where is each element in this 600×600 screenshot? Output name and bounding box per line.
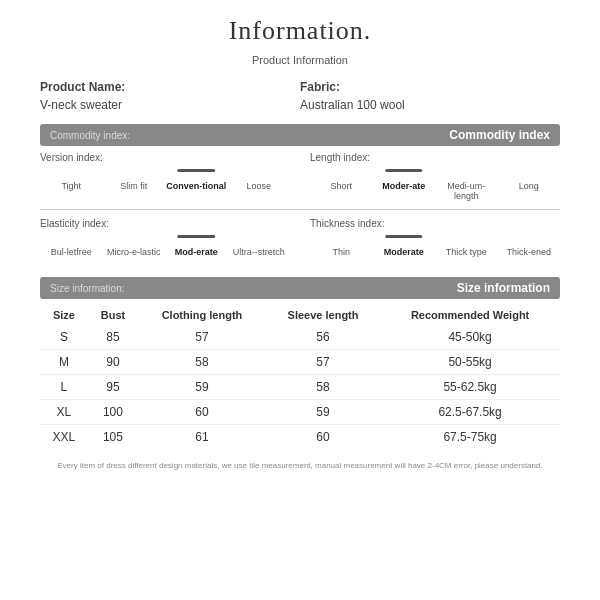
table-cell: 50-55kg (380, 350, 560, 375)
thickness-option-thick: Thick type (435, 235, 498, 257)
version-index-label: Version index: (40, 152, 290, 163)
table-cell: 60 (266, 425, 380, 450)
product-fabric-label: Fabric: (300, 80, 560, 94)
version-index-block: Version index: Tight Slim fit Conven-tio… (40, 152, 290, 201)
table-cell: L (40, 375, 88, 400)
table-row: XL100605962.5-67.5kg (40, 400, 560, 425)
table-cell: 67.5-75kg (380, 425, 560, 450)
product-fabric-value: Australian 100 wool (300, 98, 560, 112)
product-info-row: Product Name: V-neck sweater Fabric: Aus… (40, 80, 560, 112)
table-cell: 85 (88, 325, 138, 350)
length-index-options: Short Moder-ate Medi-um-length Long (310, 169, 560, 201)
table-cell: 95 (88, 375, 138, 400)
elasticity-index-block: Elasticity index: Bul-letfree Micro-e-la… (40, 218, 290, 257)
table-cell: 58 (138, 350, 266, 375)
table-cell: M (40, 350, 88, 375)
thickness-option-moderate: Moderate (373, 235, 436, 257)
elasticity-option-ultra: Ultra--stretch (228, 235, 291, 257)
version-option-tight: Tight (40, 169, 103, 191)
product-name-col: Product Name: V-neck sweater (40, 80, 300, 112)
table-cell: 105 (88, 425, 138, 450)
table-cell: 59 (138, 375, 266, 400)
size-bar: Size information: Size information (40, 277, 560, 299)
table-row: XXL105616067.5-75kg (40, 425, 560, 450)
length-option-moderate: Moder-ate (373, 169, 436, 191)
col-bust: Bust (88, 305, 138, 325)
length-option-long: Long (498, 169, 561, 191)
page: Information. Product Information Product… (0, 0, 600, 600)
col-sleeve-length: Sleeve length (266, 305, 380, 325)
table-row: L95595855-62.5kg (40, 375, 560, 400)
table-cell: 90 (88, 350, 138, 375)
version-option-conventional: Conven-tional (165, 169, 228, 191)
length-option-short: Short (310, 169, 373, 191)
table-cell: 59 (266, 400, 380, 425)
table-cell: XXL (40, 425, 88, 450)
elasticity-index-label: Elasticity index: (40, 218, 290, 229)
commodity-bar-title: Commodity index (449, 128, 550, 142)
thickness-option-thin: Thin (310, 235, 373, 257)
thickness-index-options: Thin Moderate Thick type Thick-ened (310, 235, 560, 257)
product-fabric-col: Fabric: Australian 100 wool (300, 80, 560, 112)
table-cell: 56 (266, 325, 380, 350)
size-table-header: Size Bust Clothing length Sleeve length … (40, 305, 560, 325)
size-bar-title: Size information (457, 281, 550, 295)
table-cell: 60 (138, 400, 266, 425)
sub-title: Product Information (40, 54, 560, 66)
col-recommended-weight: Recommended Weight (380, 305, 560, 325)
main-title: Information. (40, 16, 560, 46)
length-option-medium: Medi-um-length (435, 169, 498, 201)
version-index-options: Tight Slim fit Conven-tional Loose (40, 169, 290, 191)
index-divider (40, 209, 560, 210)
elasticity-option-micro: Micro-e-lastic (103, 235, 166, 257)
length-index-label: Length index: (310, 152, 560, 163)
thickness-index-block: Thickness index: Thin Moderate Thick typ… (310, 218, 560, 257)
version-option-slim: Slim fit (103, 169, 166, 191)
table-row: M90585750-55kg (40, 350, 560, 375)
version-option-loose: Loose (228, 169, 291, 191)
elasticity-option-bulletfree: Bul-letfree (40, 235, 103, 257)
table-cell: 100 (88, 400, 138, 425)
elasticity-thickness-grid: Elasticity index: Bul-letfree Micro-e-la… (40, 218, 560, 257)
table-row: S85575645-50kg (40, 325, 560, 350)
table-cell: 45-50kg (380, 325, 560, 350)
table-cell: 57 (266, 350, 380, 375)
commodity-bar-label: Commodity index: (50, 130, 449, 141)
version-length-grid: Version index: Tight Slim fit Conven-tio… (40, 152, 560, 201)
table-cell: 61 (138, 425, 266, 450)
thickness-option-thickened: Thick-ened (498, 235, 561, 257)
table-cell: 58 (266, 375, 380, 400)
thickness-index-label: Thickness index: (310, 218, 560, 229)
col-size: Size (40, 305, 88, 325)
length-index-block: Length index: Short Moder-ate Medi-um-le… (310, 152, 560, 201)
elasticity-index-options: Bul-letfree Micro-e-lastic Mod-erate Ult… (40, 235, 290, 257)
product-name-value: V-neck sweater (40, 98, 300, 112)
size-section: Size information: Size information Size … (40, 277, 560, 449)
product-name-label: Product Name: (40, 80, 300, 94)
commodity-section: Commodity index: Commodity index Version… (40, 124, 560, 265)
table-cell: S (40, 325, 88, 350)
commodity-bar: Commodity index: Commodity index (40, 124, 560, 146)
table-cell: 57 (138, 325, 266, 350)
table-cell: XL (40, 400, 88, 425)
footer-note: Every item of dress different design mat… (40, 461, 560, 470)
elasticity-option-moderate: Mod-erate (165, 235, 228, 257)
size-bar-label: Size information: (50, 283, 457, 294)
col-clothing-length: Clothing length (138, 305, 266, 325)
table-cell: 55-62.5kg (380, 375, 560, 400)
table-cell: 62.5-67.5kg (380, 400, 560, 425)
size-table: Size Bust Clothing length Sleeve length … (40, 305, 560, 449)
